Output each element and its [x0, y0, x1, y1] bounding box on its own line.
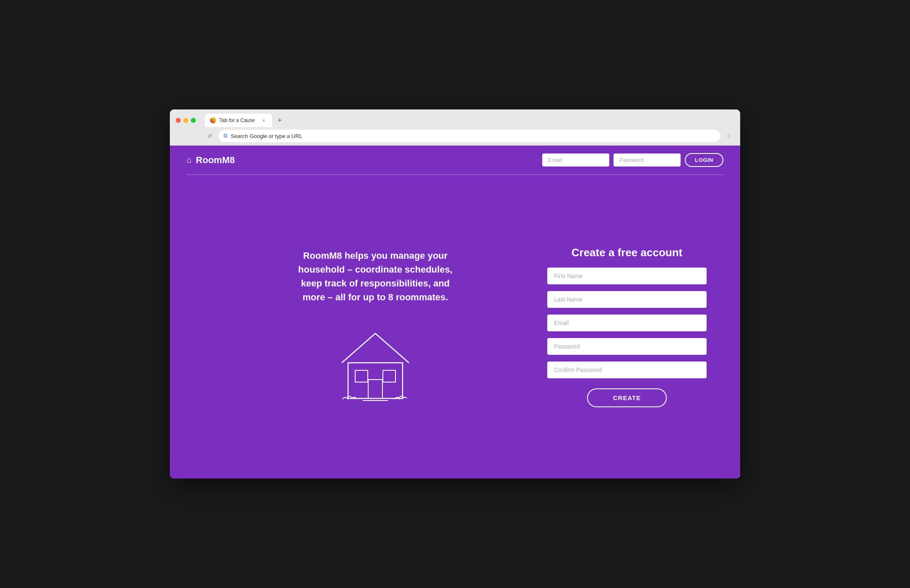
login-button[interactable]: LOGIN [685, 153, 723, 167]
new-tab-button[interactable]: + [274, 114, 286, 126]
house-nav-icon: ⌂ [187, 155, 192, 165]
tagline: RoomM8 helps you manage your household –… [296, 249, 455, 304]
svg-rect-1 [355, 370, 368, 382]
tab-close-icon[interactable]: × [260, 117, 267, 124]
first-name-input[interactable] [547, 268, 707, 284]
left-section: RoomM8 helps you manage your household –… [203, 249, 547, 405]
tab-title: Tab for a Cause [219, 117, 257, 123]
app-main: RoomM8 helps you manage your household –… [170, 175, 740, 479]
email-input[interactable] [547, 315, 707, 331]
minimize-button[interactable] [183, 118, 188, 123]
app-nav: ⌂ RoomM8 LOGIN [170, 146, 740, 174]
close-button[interactable] [176, 118, 181, 123]
tabs-bar: Tab for a Cause × + [205, 114, 734, 127]
confirm-password-input[interactable] [547, 362, 707, 378]
browser-chrome: Tab for a Cause × + ← → ↺ G Search Googl… [170, 109, 740, 146]
back-button[interactable]: ← [176, 130, 187, 141]
nav-inputs: LOGIN [542, 153, 723, 167]
password-input[interactable] [547, 338, 707, 355]
browser-titlebar: Tab for a Cause × + [170, 109, 740, 127]
svg-rect-3 [368, 380, 382, 398]
nav-email-input[interactable] [542, 154, 609, 167]
address-bar[interactable]: G Search Google or type a URL [218, 130, 720, 142]
maximize-button[interactable] [191, 118, 196, 123]
create-button[interactable]: CREATE [587, 388, 667, 407]
house-illustration [333, 321, 417, 405]
app-content: ⌂ RoomM8 LOGIN RoomM8 helps you manage y… [170, 146, 740, 479]
logo-area: ⌂ RoomM8 [187, 155, 534, 166]
svg-rect-2 [383, 370, 395, 382]
form-title: Create a free account [572, 246, 682, 259]
address-bar-row: ← → ↺ G Search Google or type a URL ☆ [170, 127, 740, 146]
active-tab[interactable]: Tab for a Cause × [205, 114, 272, 127]
bookmark-icon[interactable]: ☆ [723, 130, 734, 141]
svg-rect-0 [348, 363, 403, 398]
google-icon: G [224, 133, 227, 139]
nav-password-input[interactable] [614, 154, 681, 167]
forward-button[interactable]: → [190, 130, 201, 141]
refresh-button[interactable]: ↺ [204, 130, 215, 141]
browser-window: Tab for a Cause × + ← → ↺ G Search Googl… [170, 109, 740, 479]
right-section: Create a free account CREATE [547, 246, 707, 407]
last-name-input[interactable] [547, 291, 707, 308]
address-text: Search Google or type a URL [231, 133, 302, 139]
traffic-lights [176, 118, 196, 123]
tab-favicon [210, 117, 216, 123]
logo-text: RoomM8 [196, 155, 235, 166]
